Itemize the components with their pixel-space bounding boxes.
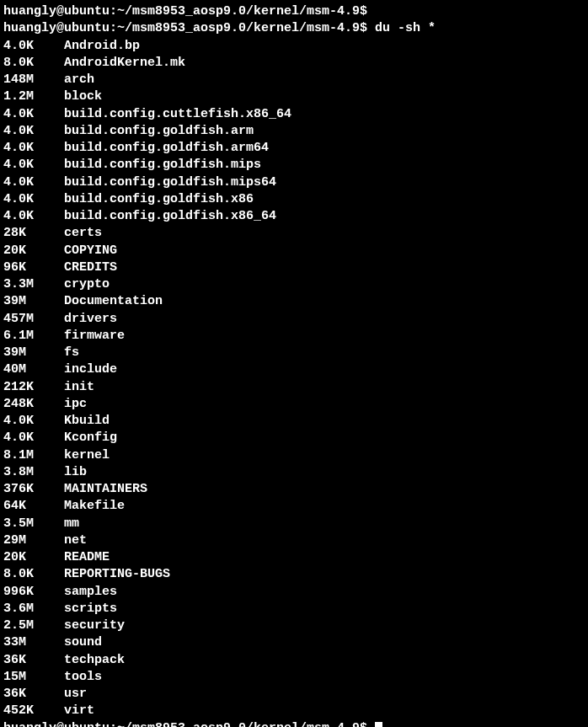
- terminal-output[interactable]: huangly@ubuntu:~/msm8953_aosp9.0/kernel/…: [3, 3, 585, 727]
- du-row: 33M sound: [3, 634, 585, 651]
- cursor-icon: [375, 722, 382, 728]
- file-size: 29M: [3, 533, 64, 548]
- file-name: security: [64, 618, 125, 633]
- du-row: 20K COPYING: [3, 243, 585, 259]
- file-name: Android.bp: [64, 39, 140, 53]
- file-size: 4.0K: [3, 209, 64, 223]
- file-size: 248K: [3, 397, 64, 411]
- file-name: lib: [64, 465, 87, 479]
- file-size: 4.0K: [3, 430, 64, 445]
- file-size: 20K: [3, 550, 64, 564]
- prompt-line-command: huangly@ubuntu:~/msm8953_aosp9.0/kernel/…: [3, 20, 585, 37]
- file-name: Kbuild: [64, 414, 110, 428]
- file-size: 36K: [3, 653, 64, 667]
- file-name: AndroidKernel.mk: [64, 56, 185, 70]
- file-name: build.config.goldfish.mips: [64, 158, 261, 172]
- du-row: 248K ipc: [3, 396, 585, 413]
- file-size: 148M: [3, 72, 64, 87]
- file-name: crypto: [64, 277, 110, 291]
- file-size: 15M: [3, 670, 64, 684]
- file-size: 457M: [3, 312, 64, 326]
- file-size: 3.6M: [3, 601, 64, 616]
- file-size: 8.0K: [3, 56, 64, 70]
- file-size: 4.0K: [3, 107, 64, 121]
- file-size: 4.0K: [3, 124, 64, 138]
- du-row: 376K MAINTAINERS: [3, 481, 585, 498]
- du-row: 29M net: [3, 532, 585, 549]
- file-size: 33M: [3, 635, 64, 649]
- du-row: 3.3M crypto: [3, 276, 585, 293]
- file-name: README: [64, 550, 110, 564]
- file-size: 212K: [3, 380, 64, 394]
- du-row: 2.5M security: [3, 617, 585, 634]
- file-name: COPYING: [64, 243, 117, 258]
- du-row: 8.1M kernel: [3, 447, 585, 464]
- du-row: 3.8M lib: [3, 464, 585, 481]
- du-output-container: 4.0K Android.bp8.0K AndroidKernel.mk148M…: [3, 38, 585, 720]
- file-size: 4.0K: [3, 192, 64, 206]
- du-row: 28K certs: [3, 225, 585, 242]
- du-row: 6.1M firmware: [3, 328, 585, 345]
- file-name: virt: [64, 703, 94, 718]
- du-row: 39M Documentation: [3, 293, 585, 310]
- file-name: arch: [64, 72, 94, 87]
- file-name: build.config.goldfish.x86_64: [64, 209, 276, 223]
- du-row: 1.2M block: [3, 88, 585, 105]
- file-name: build.config.goldfish.mips64: [64, 175, 276, 190]
- du-row: 20K README: [3, 549, 585, 566]
- file-size: 64K: [3, 499, 64, 513]
- file-name: include: [64, 362, 117, 377]
- file-size: 39M: [3, 294, 64, 308]
- file-size: 96K: [3, 260, 64, 275]
- file-name: build.config.goldfish.arm64: [64, 141, 269, 155]
- du-row: 39M fs: [3, 345, 585, 361]
- file-name: techpack: [64, 653, 125, 667]
- file-size: 8.0K: [3, 567, 64, 581]
- du-row: 4.0K build.config.goldfish.x86_64: [3, 208, 585, 225]
- file-size: 36K: [3, 687, 64, 701]
- file-name: usr: [64, 687, 87, 701]
- du-row: 4.0K build.config.cuttlefish.x86_64: [3, 106, 585, 123]
- file-name: REPORTING-BUGS: [64, 567, 170, 581]
- file-name: mm: [64, 516, 79, 531]
- file-name: build.config.cuttlefish.x86_64: [64, 107, 291, 121]
- prompt-text: huangly@ubuntu:~/msm8953_aosp9.0/kernel/…: [3, 21, 375, 35]
- file-size: 28K: [3, 226, 64, 240]
- command-text: du -sh *: [375, 21, 436, 35]
- file-size: 376K: [3, 482, 64, 496]
- file-size: 3.8M: [3, 465, 64, 479]
- du-row: 4.0K build.config.goldfish.mips64: [3, 174, 585, 191]
- file-size: 20K: [3, 243, 64, 258]
- file-size: 452K: [3, 703, 64, 718]
- prompt-text: huangly@ubuntu:~/msm8953_aosp9.0/kernel/…: [3, 4, 375, 19]
- file-name: build.config.goldfish.x86: [64, 192, 254, 206]
- file-size: 3.5M: [3, 516, 64, 531]
- prompt-line-cursor: huangly@ubuntu:~/msm8953_aosp9.0/kernel/…: [3, 720, 585, 728]
- du-row: 4.0K build.config.goldfish.arm64: [3, 140, 585, 157]
- file-name: firmware: [64, 329, 125, 343]
- file-size: 40M: [3, 362, 64, 377]
- file-size: 1.2M: [3, 89, 64, 104]
- file-name: CREDITS: [64, 260, 117, 275]
- du-row: 457M drivers: [3, 311, 585, 328]
- du-row: 4.0K build.config.goldfish.mips: [3, 157, 585, 174]
- du-row: 148M arch: [3, 72, 585, 88]
- du-row: 8.0K REPORTING-BUGS: [3, 566, 585, 583]
- du-row: 4.0K Kconfig: [3, 430, 585, 446]
- du-row: 15M tools: [3, 669, 585, 686]
- du-row: 40M include: [3, 361, 585, 378]
- prompt-line-empty: huangly@ubuntu:~/msm8953_aosp9.0/kernel/…: [3, 3, 585, 20]
- file-name: sound: [64, 635, 102, 649]
- du-row: 3.5M mm: [3, 516, 585, 532]
- file-size: 3.3M: [3, 277, 64, 291]
- file-name: tools: [64, 670, 102, 684]
- du-row: 996K samples: [3, 584, 585, 601]
- file-name: scripts: [64, 601, 117, 616]
- du-row: 4.0K Kbuild: [3, 413, 585, 430]
- du-row: 212K init: [3, 379, 585, 396]
- prompt-text: huangly@ubuntu:~/msm8953_aosp9.0/kernel/…: [3, 721, 375, 728]
- file-size: 4.0K: [3, 158, 64, 172]
- file-name: samples: [64, 585, 117, 599]
- file-size: 8.1M: [3, 448, 64, 462]
- file-size: 996K: [3, 585, 64, 599]
